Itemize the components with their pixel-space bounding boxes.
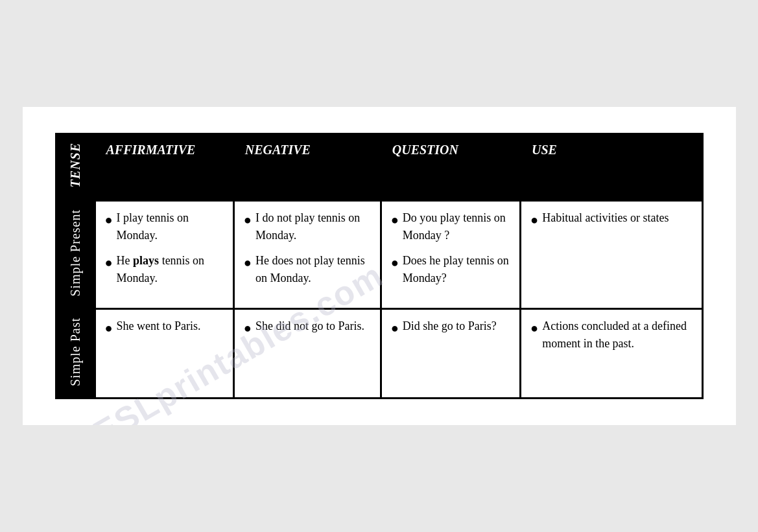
- page-wrapper: ESLprintables.com TENSE AFFIRMATIVE NEGA…: [23, 107, 736, 424]
- list-item: ● She went to Paris.: [105, 318, 224, 338]
- simple-present-question: ● Do you play tennis on Monday ? ● Does …: [381, 200, 520, 308]
- simple-present-use: ● Habitual activities or states: [521, 200, 702, 308]
- simple-past-question: ● Did she go to Paris?: [381, 308, 520, 398]
- list-item: ● Do you play tennis on Monday ?: [391, 209, 510, 244]
- simple-past-affirmative: ● She went to Paris.: [95, 308, 233, 398]
- simple-past-use: ● Actions concluded at a defined moment …: [521, 308, 702, 398]
- bullet-icon: ●: [391, 210, 399, 229]
- bullet-icon: ●: [244, 210, 252, 229]
- question-column-header: QUESTION: [381, 134, 520, 200]
- affirmative-column-header: AFFIRMATIVE: [95, 134, 233, 200]
- simple-present-negative: ● I do not play tennis on Monday. ● He d…: [233, 200, 381, 308]
- bullet-icon: ●: [105, 253, 113, 272]
- list-item: ● He does not play tennis on Monday.: [244, 252, 371, 287]
- bullet-icon: ●: [530, 210, 538, 229]
- bullet-icon: ●: [105, 318, 113, 338]
- simple-past-row: Simple Past ● She went to Paris. ● She d…: [56, 308, 702, 398]
- simple-past-negative: ● She did not go to Paris.: [233, 308, 381, 398]
- list-item: ● Actions concluded at a defined moment …: [530, 318, 692, 353]
- list-item: ● She did not go to Paris.: [244, 318, 371, 338]
- simple-present-tense-label: Simple Present: [56, 200, 95, 308]
- bullet-icon: ●: [105, 210, 113, 229]
- list-item: ● Did she go to Paris?: [391, 318, 510, 338]
- use-column-header: USE: [521, 134, 702, 200]
- header-row: TENSE AFFIRMATIVE NEGATIVE QUESTION USE: [56, 134, 702, 200]
- list-item: ● Does he play tennis on Monday?: [391, 252, 510, 287]
- grammar-table: TENSE AFFIRMATIVE NEGATIVE QUESTION USE: [55, 133, 704, 399]
- bullet-icon: ●: [391, 253, 399, 272]
- simple-present-row: Simple Present ● I play tennis on Monday…: [56, 200, 702, 308]
- bullet-icon: ●: [244, 318, 252, 338]
- list-item: ● Habitual activities or states: [530, 209, 692, 229]
- bullet-icon: ●: [244, 253, 252, 272]
- bullet-icon: ●: [530, 318, 538, 338]
- bold-word: plays: [133, 254, 159, 267]
- simple-present-affirmative: ● I play tennis on Monday. ● He plays te…: [95, 200, 233, 308]
- negative-column-header: NEGATIVE: [233, 134, 381, 200]
- bullet-icon: ●: [391, 318, 399, 338]
- list-item: ● I play tennis on Monday.: [105, 209, 224, 244]
- tense-column-header: TENSE: [56, 134, 95, 200]
- simple-past-tense-label: Simple Past: [56, 308, 95, 398]
- list-item: ● I do not play tennis on Monday.: [244, 209, 371, 244]
- list-item: ● He plays tennis on Monday.: [105, 252, 224, 287]
